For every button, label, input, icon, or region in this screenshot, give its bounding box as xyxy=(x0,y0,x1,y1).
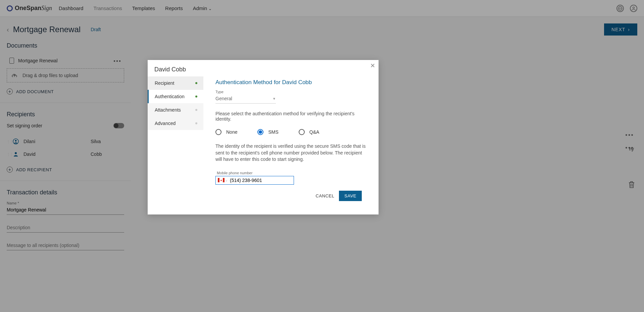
auth-instruction: Please select the authentication method … xyxy=(215,111,368,122)
tab-authentication[interactable]: Authentication xyxy=(148,90,203,103)
status-dot-icon xyxy=(195,109,197,111)
tab-recipient[interactable]: Recipient xyxy=(148,76,203,90)
status-dot-icon xyxy=(195,122,197,124)
caret-down-icon: ▼ xyxy=(273,97,276,101)
type-label: Type xyxy=(215,90,368,94)
caret-down-icon[interactable]: ⌄ xyxy=(225,179,228,182)
radio-icon xyxy=(257,129,263,135)
modal-sidebar: Recipient Authentication Attachments Adv… xyxy=(148,76,203,214)
close-icon[interactable]: ✕ xyxy=(370,62,375,69)
phone-input[interactable] xyxy=(230,178,292,183)
sms-description: The identity of the recipient is verifie… xyxy=(215,143,368,163)
type-select[interactable]: General ▼ xyxy=(215,95,276,104)
cancel-button[interactable]: CANCEL xyxy=(316,191,335,201)
country-flag-icon[interactable]: ♦ xyxy=(218,178,225,182)
authentication-modal: ✕ David Cobb Recipient Authentication At… xyxy=(148,60,379,214)
auth-option-qa[interactable]: Q&A xyxy=(299,129,319,135)
status-dot-icon xyxy=(195,82,197,84)
radio-icon xyxy=(215,129,221,135)
auth-option-sms[interactable]: SMS xyxy=(257,129,278,135)
phone-label: Mobile phone number xyxy=(217,171,368,175)
tab-attachments[interactable]: Attachments xyxy=(148,103,203,117)
phone-input-wrapper: ♦ ⌄ xyxy=(215,176,294,185)
status-dot-icon xyxy=(195,96,197,98)
radio-icon xyxy=(299,129,305,135)
auth-section-title: Authentication Method for David Cobb xyxy=(215,79,368,86)
tab-advanced[interactable]: Advanced xyxy=(148,117,203,130)
auth-option-none[interactable]: None xyxy=(215,129,237,135)
save-button[interactable]: SAVE xyxy=(339,191,362,201)
modal-title: David Cobb xyxy=(154,66,186,73)
